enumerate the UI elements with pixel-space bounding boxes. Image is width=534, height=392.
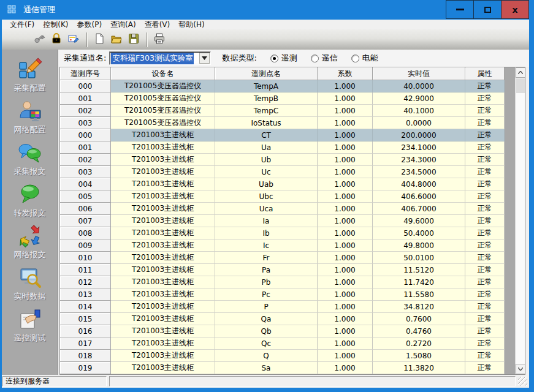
radio-telesignal[interactable]: 遥信 <box>311 53 338 64</box>
menu-item-help[interactable]: 帮助(H) <box>174 19 208 31</box>
minimize-icon <box>456 9 464 10</box>
resize-grip-icon[interactable] <box>518 377 527 386</box>
sidebar-item-network-message[interactable]: 网络报文 <box>4 224 56 266</box>
table-cell: T201003主进线柜 <box>111 154 215 166</box>
table-row[interactable]: 000T201003主进线柜CT1.000200.0000正常 <box>60 129 525 141</box>
table-cell: 1.5080 <box>373 350 465 362</box>
radio-telemetry[interactable]: 遥测 <box>270 53 297 64</box>
scroll-up-button[interactable] <box>516 67 525 78</box>
table-row[interactable]: 008T201003主进线柜Ib1.00050.4000正常 <box>60 227 525 239</box>
two-bubbles-icon <box>18 141 42 165</box>
table-cell: 1.000 <box>318 92 373 105</box>
table-row[interactable]: 004T201003主进线柜Uab1.000404.8000正常 <box>60 178 525 190</box>
table-cell: 1.000 <box>318 350 373 362</box>
table-cell: 正常 <box>465 337 505 350</box>
table-row[interactable]: 002T201005变压器温控仪TempC1.00040.1000正常 <box>60 105 525 117</box>
column-header[interactable]: 系数 <box>318 67 373 80</box>
table-cell: Q <box>215 350 318 362</box>
table-cell: 0.4760 <box>373 325 465 337</box>
table-row[interactable]: 012T201003主进线柜Pb1.00011.7420正常 <box>60 276 525 288</box>
app-window: 通信管理 x 文件(F)控制(K)参数(P)查询(A)查看(V)帮助(H) 采集… <box>0 0 534 392</box>
row-header-cell: 018 <box>60 350 111 362</box>
table-row[interactable]: 011T201003主进线柜Pa1.00011.5120正常 <box>60 264 525 276</box>
table-cell: 正常 <box>465 264 505 276</box>
toolbar-button-key[interactable] <box>31 32 47 47</box>
table-row[interactable]: 018T201003主进线柜Q1.0001.5080正常 <box>60 350 525 362</box>
table-row[interactable]: 017T201003主进线柜Qc1.0000.2720正常 <box>60 337 525 350</box>
row-header-cell: 001 <box>60 92 111 105</box>
table-row[interactable]: 013T201003主进线柜Pc1.00011.5580正常 <box>60 288 525 301</box>
table-cell: 1.000 <box>318 154 373 166</box>
table-cell: 34.8120 <box>373 301 465 313</box>
menu-item-file[interactable]: 文件(F) <box>6 19 39 31</box>
chevron-down-icon[interactable] <box>199 53 210 64</box>
table-row[interactable]: 005T201003主进线柜Ubc1.000406.6000正常 <box>60 190 525 203</box>
sidebar-item-label: 采集报文 <box>14 166 46 177</box>
menu-item-params[interactable]: 参数(P) <box>73 19 107 31</box>
table-row[interactable]: 007T201003主进线柜Ia1.00049.6000正常 <box>60 215 525 227</box>
column-header[interactable]: 实时值 <box>373 67 465 80</box>
table-row[interactable]: 010T201003主进线柜Fr1.00050.0100正常 <box>60 252 525 264</box>
minimize-button[interactable] <box>446 0 474 19</box>
sidebar-item-network-config[interactable]: 网络配置 <box>4 99 56 141</box>
scrollbar-thumb[interactable] <box>516 78 525 93</box>
radio-energy[interactable]: 电能 <box>351 53 378 64</box>
sidebar-item-realtime-data[interactable]: 实时数据 <box>4 266 56 307</box>
menu-item-view[interactable]: 查看(V) <box>140 19 175 31</box>
scroll-down-button[interactable] <box>516 364 525 374</box>
table-row[interactable]: 015T201003主进线柜Qa1.0000.7600正常 <box>60 313 525 325</box>
table-row[interactable]: 006T201003主进线柜Uca1.000406.7000正常 <box>60 203 525 215</box>
table-header-row: 遥测序号设备名遥测点名系数实时值属性 <box>60 67 525 80</box>
menu-item-query[interactable]: 查询(A) <box>106 19 140 31</box>
table-row[interactable]: 003T201003主进线柜Uc1.000234.5000正常 <box>60 166 525 178</box>
table-cell: T201003主进线柜 <box>111 313 215 325</box>
table-row[interactable]: 000T201005变压器温控仪TempA1.00040.0000正常 <box>60 80 525 92</box>
toolbar-button-print[interactable] <box>151 32 167 47</box>
column-header[interactable]: 属性 <box>465 67 505 80</box>
toolbar-button-new-file[interactable] <box>91 32 107 47</box>
column-header[interactable]: 设备名 <box>111 67 215 80</box>
table-row[interactable]: 009T201003主进线柜Ic1.00049.8000正常 <box>60 239 525 252</box>
menu-item-control[interactable]: 控制(K) <box>39 19 72 31</box>
table-row[interactable]: 001T201005变压器温控仪TempB1.00042.9000正常 <box>60 92 525 105</box>
toolbar-button-save[interactable] <box>126 32 142 47</box>
toolbar-button-lock[interactable] <box>48 32 64 47</box>
table-cell: T201003主进线柜 <box>111 166 215 178</box>
table-row[interactable]: 014T201003主进线柜P1.00034.8120正常 <box>60 301 525 313</box>
menu-bar: 文件(F)控制(K)参数(P)查询(A)查看(V)帮助(H) <box>2 20 529 29</box>
table-cell: 42.9000 <box>373 92 465 105</box>
table-row[interactable]: 001T201003主进线柜Ua1.000234.1000正常 <box>60 141 525 154</box>
maximize-button[interactable] <box>473 0 502 19</box>
row-header-cell: 000 <box>60 80 111 92</box>
sidebar-item-forward-message[interactable]: 转发报文 <box>4 183 56 224</box>
sidebar-item-collect-message[interactable]: 采集报文 <box>4 141 56 183</box>
table-row[interactable]: 019T201003主进线柜Sa1.00011.3820正常 <box>60 362 525 374</box>
sidebar-item-remote-test[interactable]: 遥控测试 <box>4 307 56 349</box>
table-cell: 1.000 <box>318 141 373 154</box>
table-row[interactable]: 002T201003主进线柜Ub1.000234.3000正常 <box>60 154 525 166</box>
table-cell: 1.000 <box>318 215 373 227</box>
table-cell: 1.000 <box>318 203 373 215</box>
table-cell: 1.000 <box>318 80 373 92</box>
channel-combobox[interactable]: 安科瑞F303测试实验室 <box>109 51 211 65</box>
table-cell: T201003主进线柜 <box>111 252 215 264</box>
row-header-cell: 004 <box>60 178 111 190</box>
column-header[interactable]: 遥测点名 <box>215 67 318 80</box>
toolbar-button-open-folder[interactable] <box>109 32 124 47</box>
green-bubble-icon <box>18 183 42 207</box>
table-cell: 406.7000 <box>373 203 465 215</box>
status-bar: 连接到服务器 <box>2 375 529 388</box>
table-row[interactable]: 003T201005变压器温控仪IoStatus1.0000.0000正常 <box>60 117 525 129</box>
table-cell: 1.000 <box>318 325 373 337</box>
table-cell: T201003主进线柜 <box>111 215 215 227</box>
four-arrows-icon <box>18 224 42 249</box>
close-button[interactable]: x <box>501 0 529 19</box>
toolbar-button-rename-tag[interactable] <box>66 32 82 47</box>
table-cell: Uca <box>215 203 318 215</box>
sidebar-item-collect-config[interactable]: 采集配置 <box>4 58 56 99</box>
radio-label: 遥测 <box>281 53 297 64</box>
channel-bar: 采集通道名: 安科瑞F303测试实验室 数据类型: 遥测遥信电能 <box>58 50 529 67</box>
column-header[interactable]: 遥测序号 <box>60 67 111 80</box>
table-row[interactable]: 016T201003主进线柜Qb1.0000.4760正常 <box>60 325 525 337</box>
vertical-scrollbar[interactable] <box>515 67 525 374</box>
